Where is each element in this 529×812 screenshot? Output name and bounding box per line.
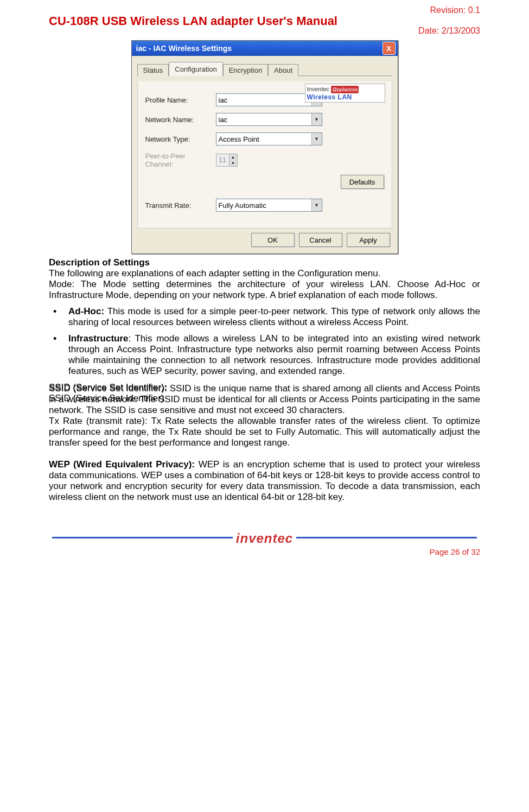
config-panel: Inventec @ppliances Wireless LAN Profile…: [137, 81, 392, 229]
close-button[interactable]: X: [383, 42, 396, 55]
infra-bullet: Infrastructure: This mode allows a wirel…: [49, 333, 480, 377]
transmit-rate-value: Fully Automatic: [219, 201, 266, 210]
ssid-full: SSID (Service Set Identifier): SSID is t…: [49, 383, 480, 415]
revision-label: Revision:: [430, 5, 466, 15]
p2p-channel-spinner: 11 ▲ ▼: [216, 154, 238, 167]
profile-name-label: Profile Name:: [145, 96, 216, 104]
brand-text: Inventec: [307, 86, 330, 92]
dropdown-arrow-icon: ▼: [311, 133, 322, 145]
brand-badge: @ppliances: [331, 86, 359, 93]
document-body: Description of Settings The following ar…: [49, 257, 480, 404]
spinner-down-icon: ▼: [230, 160, 237, 166]
transmit-rate-label: Transmit Rate:: [145, 201, 216, 210]
dropdown-arrow-icon: ▼: [311, 199, 322, 211]
network-type-label: Network Type:: [145, 135, 216, 143]
adhoc-text: This mode is used for a simple peer-to-p…: [68, 306, 480, 327]
network-name-label: Network Name:: [145, 116, 216, 124]
date-value: 2/13/2003: [442, 26, 480, 35]
document-body-main: SSID (Service Set Identifier): SSID is t…: [49, 383, 480, 503]
p2p-channel-label: Peer-to-Peer Channel:: [145, 152, 216, 168]
footer-logo: inventec: [236, 531, 293, 546]
adhoc-label: Ad-Hoc:: [68, 306, 104, 316]
transmit-rate-combo[interactable]: Fully Automatic ▼: [216, 199, 322, 212]
network-type-combo[interactable]: Access Point ▼: [216, 132, 322, 145]
tab-encryption[interactable]: Encryption: [223, 64, 268, 76]
infra-text: : This mode allows a wireless LAN to be …: [68, 333, 480, 376]
txrate-full: Tx Rate (transmit rate): Tx Rate selects…: [49, 416, 480, 448]
brand-subtext: Wireless LAN: [307, 93, 383, 101]
brand-logo-box: Inventec @ppliances Wireless LAN: [305, 84, 385, 103]
apply-button[interactable]: Apply: [347, 233, 390, 247]
dialog-title: iac - IAC Wireless Settings: [136, 44, 232, 53]
network-name-value: iac: [219, 116, 228, 124]
close-icon: X: [386, 45, 391, 53]
tab-configuration[interactable]: Configuration: [169, 62, 222, 76]
dropdown-arrow-icon: ▼: [311, 113, 322, 125]
infra-label: Infrastructure: [68, 333, 129, 344]
settings-dialog: iac - IAC Wireless Settings X Status Con…: [131, 40, 398, 254]
network-type-value: Access Point: [219, 135, 259, 143]
revision-value: 0.1: [468, 5, 480, 15]
desc-heading: Description of Settings: [49, 257, 150, 268]
defaults-button[interactable]: Defaults: [341, 175, 384, 189]
network-name-combo[interactable]: iac ▼: [216, 113, 322, 126]
profile-name-value: iac: [219, 96, 228, 104]
ok-button[interactable]: OK: [251, 233, 295, 247]
dialog-titlebar[interactable]: iac - IAC Wireless Settings X: [132, 41, 398, 56]
tab-strip: Status Configuration Encryption About: [137, 59, 392, 76]
wep-label: WEP (Wired Equivalent Privacy):: [49, 459, 195, 470]
mode-paragraph: Mode: The Mode setting determines the ar…: [49, 279, 480, 301]
intro-paragraph: The following are explanations of each a…: [49, 268, 480, 279]
cancel-button[interactable]: Cancel: [299, 233, 342, 247]
p2p-channel-value: 11: [216, 154, 229, 166]
page-number: Page 26 of 32: [49, 547, 480, 556]
spinner-up-icon: ▲: [230, 154, 237, 160]
tab-status[interactable]: Status: [137, 64, 169, 76]
tab-about[interactable]: About: [268, 64, 298, 76]
footer-divider: inventec: [49, 530, 480, 545]
adhoc-bullet: Ad-Hoc: This mode is used for a simple p…: [49, 306, 480, 328]
date-label: Date:: [418, 26, 439, 35]
